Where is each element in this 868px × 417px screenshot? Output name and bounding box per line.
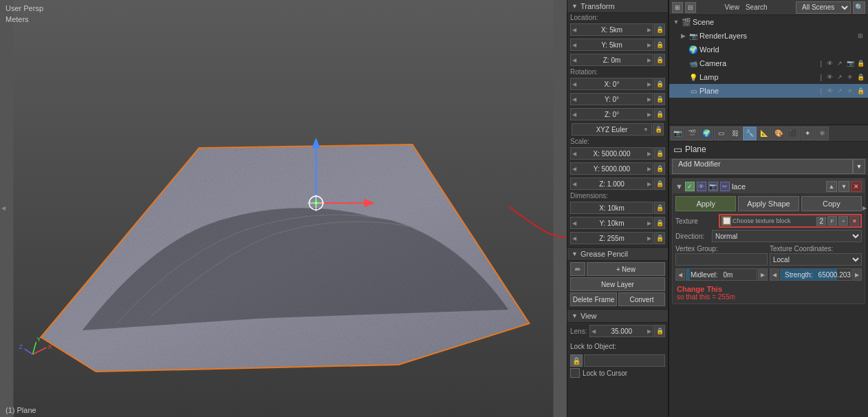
texture-field-value[interactable]: ⬜ Choose texture block 2 F + ✕ — [719, 214, 862, 228]
plane-lock-icon[interactable]: 🔒 — [856, 86, 865, 96]
texture-f-button[interactable]: F — [827, 216, 837, 226]
lamp-expand-icon[interactable] — [679, 73, 687, 81]
add-modifier-dropdown[interactable]: ▼ — [853, 159, 865, 174]
view-menu[interactable]: View — [724, 3, 739, 11]
location-x-lock[interactable]: 🔒 — [654, 23, 665, 36]
props-world-icon[interactable]: 🌍 — [699, 127, 713, 140]
dim-z-value[interactable]: ◀ Z: 255m ▶ — [570, 232, 653, 244]
rotation-x-lock[interactable]: 🔒 — [654, 78, 665, 90]
modifier-expand-icon[interactable]: ▼ — [675, 182, 683, 191]
lamp-cursor-icon[interactable]: ↗ — [835, 72, 845, 82]
view-collapse-icon[interactable]: ▼ — [572, 312, 578, 319]
renderlayers-action-icon[interactable]: ⊞ — [856, 31, 865, 41]
props-object-icon[interactable]: ▭ — [714, 127, 728, 140]
outliner-item-scene[interactable]: ▼ 🎬 Scene — [669, 15, 868, 29]
outliner-item-plane[interactable]: ▭ Plane | 👁 ↗ ✳ 🔒 — [669, 84, 868, 98]
apply-button[interactable]: Apply — [675, 196, 736, 211]
camera-expand-icon[interactable] — [679, 59, 687, 67]
outliner-item-world[interactable]: 🌍 World — [669, 43, 868, 56]
outliner-icon-2[interactable]: ⊟ — [685, 2, 696, 13]
search-button[interactable]: 🔍 — [853, 1, 865, 14]
transform-collapse-icon[interactable]: ▼ — [572, 3, 578, 10]
outliner-item-renderlayers[interactable]: ▶ 📷 RenderLayers ⊞ — [669, 29, 868, 43]
camera-render-icon[interactable]: 📷 — [845, 58, 855, 68]
rotation-x-input[interactable]: ◀ X: 0° ▶ — [570, 78, 653, 90]
location-z-input[interactable]: ◀ Z: 0m ▶ — [570, 54, 653, 66]
modifier-down-button[interactable]: ▼ — [838, 181, 849, 192]
plane-render-icon[interactable]: ✳ — [845, 86, 855, 96]
props-particles-icon[interactable]: ✦ — [801, 127, 814, 140]
modifier-toggle-icon[interactable]: ✓ — [685, 182, 695, 191]
dim-x-value[interactable]: ◀ X: 10km ▶ — [570, 202, 653, 214]
plane-eye-icon[interactable]: 👁 — [825, 86, 834, 96]
midlevel-slider[interactable]: Midlevel: 0m — [686, 268, 757, 281]
props-physics-icon[interactable]: ⚛ — [815, 127, 829, 140]
scene-expand-icon[interactable]: ▼ — [672, 18, 680, 26]
props-modifier-icon[interactable]: 🔧 — [743, 127, 757, 140]
grease-pencil-collapse-icon[interactable]: ▼ — [572, 250, 578, 257]
midlevel-arrow-left[interactable]: ◀ — [675, 268, 685, 281]
modifier-edit-icon[interactable]: ✏ — [720, 182, 730, 191]
lens-lock[interactable]: 🔒 — [654, 325, 665, 337]
rotation-y-input[interactable]: ◀ Y: 0° ▶ — [570, 93, 653, 105]
scale-y-lock[interactable]: 🔒 — [654, 162, 665, 175]
grease-pencil-draw-icon[interactable]: ✏ — [570, 262, 585, 276]
strength-slider[interactable]: Strength: 65000.203 — [780, 268, 851, 281]
lens-value-input[interactable]: ◀ 35.000 ▶ — [589, 325, 653, 337]
strength-arrow-right[interactable]: ▶ — [852, 268, 862, 281]
props-texture-icon[interactable]: ⬛ — [786, 127, 800, 140]
renderlayers-expand-icon[interactable]: ▶ — [679, 32, 687, 40]
scale-z-input[interactable]: ◀ Z: 1.000 ▶ — [570, 178, 653, 190]
dim-y-value[interactable]: ◀ Y: 10km ▶ — [570, 217, 653, 229]
strength-arrow-left[interactable]: ◀ — [770, 268, 779, 281]
xyz-euler-select[interactable]: XYZ Euler ▼ — [572, 123, 652, 136]
vertex-group-input[interactable] — [675, 253, 768, 266]
rotation-z-lock[interactable]: 🔒 — [654, 108, 665, 120]
modifier-up-button[interactable]: ▲ — [826, 181, 837, 192]
lamp-render-icon[interactable]: ✳ — [845, 72, 855, 82]
location-y-input[interactable]: ◀ Y: 5km ▶ — [570, 39, 653, 51]
lock-cursor-checkbox[interactable] — [570, 368, 580, 378]
viewport-3d[interactable]: X Y Z User Persp Meters (1) Plane — [0, 0, 567, 417]
location-x-input[interactable]: ◀ X: 5km ▶ — [570, 23, 653, 36]
copy-button[interactable]: Copy — [801, 196, 862, 211]
location-z-lock[interactable]: 🔒 — [654, 54, 665, 66]
texture-remove-button[interactable]: ✕ — [849, 216, 859, 226]
xyz-euler-lock[interactable]: 🔒 — [653, 123, 664, 136]
props-material-icon[interactable]: 🎨 — [772, 127, 785, 140]
lock-object-field[interactable] — [584, 354, 665, 367]
convert-button[interactable]: Convert — [618, 292, 665, 306]
search-menu[interactable]: Search — [746, 3, 768, 11]
texture-plus-button[interactable]: + — [838, 216, 848, 226]
scale-z-lock[interactable]: 🔒 — [654, 178, 665, 190]
camera-cursor-icon[interactable]: ↗ — [835, 58, 845, 68]
scale-x-input[interactable]: ◀ X: 5000.000 ▶ — [570, 147, 653, 160]
dim-y-lock[interactable]: 🔒 — [654, 217, 665, 229]
rotation-y-lock[interactable]: 🔒 — [654, 93, 665, 105]
plane-cursor-icon[interactable]: ↗ — [835, 86, 845, 96]
camera-eye-icon[interactable]: 👁 — [825, 58, 834, 68]
texture-coords-select[interactable]: Local — [770, 253, 862, 266]
lamp-lock-icon[interactable]: 🔒 — [856, 72, 865, 82]
new-layer-button[interactable]: New Layer — [570, 277, 665, 291]
modifier-render-icon[interactable]: 📷 — [708, 182, 718, 191]
modifier-delete-button[interactable]: ✕ — [851, 181, 862, 192]
props-render-icon[interactable]: 📷 — [671, 127, 684, 140]
dim-z-lock[interactable]: 🔒 — [654, 232, 665, 244]
scenes-dropdown[interactable]: All Scenes — [796, 1, 851, 14]
direction-select[interactable]: Normal — [712, 230, 862, 242]
location-y-lock[interactable]: 🔒 — [654, 39, 665, 51]
world-expand-icon[interactable] — [679, 45, 687, 54]
outliner-icon-1[interactable]: ⊞ — [672, 2, 683, 13]
outliner-item-camera[interactable]: 📹 Camera | 👁 ↗ 📷 🔒 — [669, 56, 868, 70]
props-data-icon[interactable]: 📐 — [757, 127, 771, 140]
lamp-eye-icon[interactable]: 👁 — [825, 72, 834, 82]
props-constraints-icon[interactable]: ⛓ — [728, 127, 742, 140]
dim-x-lock[interactable]: 🔒 — [654, 202, 665, 214]
delete-frame-button[interactable]: Delete Frame — [570, 292, 617, 306]
outliner-item-lamp[interactable]: 💡 Lamp | 👁 ↗ ✳ 🔒 — [669, 70, 868, 84]
modifier-realtime-icon[interactable]: 👁 — [697, 182, 706, 191]
add-modifier-button[interactable]: Add Modifier — [672, 159, 853, 174]
scale-y-input[interactable]: ◀ Y: 5000.000 ▶ — [570, 162, 653, 175]
lock-object-icon[interactable]: 🔒 — [570, 354, 583, 367]
